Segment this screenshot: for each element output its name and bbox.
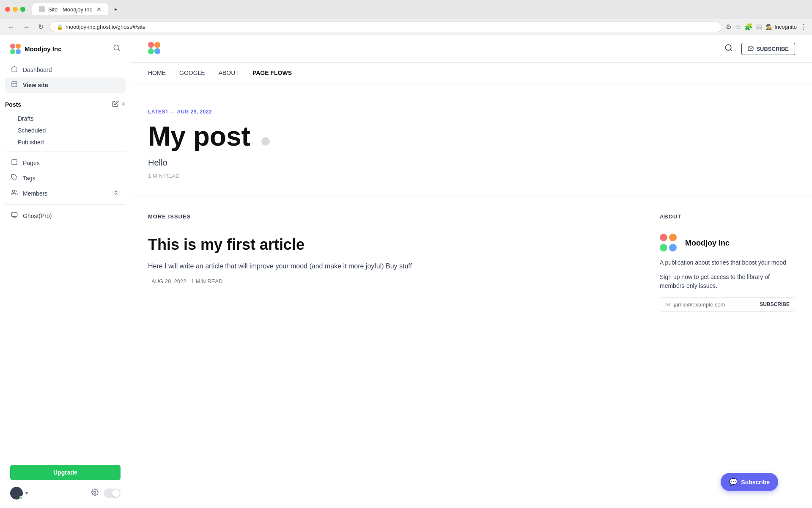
site-nav-about[interactable]: ABOUT — [219, 69, 239, 76]
main-content: SUBSCRIBE HOME GOOGLE ABOUT PAGE FLOWS L… — [131, 35, 812, 508]
close-tab-button[interactable]: ✕ — [96, 6, 102, 13]
extensions-puzzle-icon[interactable]: 🧩 — [744, 23, 753, 31]
sidebar-item-drafts[interactable]: Drafts — [0, 113, 131, 124]
article-title[interactable]: This is my first article — [148, 235, 634, 254]
theme-toggle[interactable] — [104, 489, 121, 498]
sidebar-upgrade: Upgrade — [0, 465, 131, 480]
maximize-dot[interactable] — [20, 7, 25, 12]
svg-line-12 — [730, 49, 732, 51]
browser-traffic-lights — [5, 7, 25, 12]
hero-meta: LATEST — AUG 29, 2022 — [148, 109, 795, 115]
sidebar-item-pages[interactable]: Pages — [5, 155, 126, 171]
sidebar-item-published[interactable]: Published — [0, 136, 131, 148]
incognito-button[interactable]: 🕵 Incognito — [766, 24, 797, 30]
tab-favicon — [39, 6, 45, 12]
browser-actions: ⚙ ☆ 🧩 ▤ 🕵 Incognito ⋮ — [726, 23, 807, 31]
article-excerpt: Here I will write an article that will i… — [148, 261, 634, 272]
site-logo-dot-orange — [154, 42, 160, 48]
sidebar-item-tags[interactable]: Tags — [5, 171, 126, 186]
more-issues-section: MORE ISSUES This is my first article Her… — [131, 196, 812, 329]
email-input[interactable] — [674, 301, 756, 308]
sidebar-item-scheduled[interactable]: Scheduled — [0, 124, 131, 136]
refresh-button[interactable]: ↻ — [36, 22, 46, 32]
svg-rect-2 — [12, 82, 17, 87]
tags-icon — [10, 174, 19, 182]
members-badge: 2 — [112, 190, 121, 197]
extensions-icon[interactable]: ⚙ — [726, 23, 732, 31]
sidebar-item-ghost-pro[interactable]: Ghost(Pro) — [5, 208, 126, 224]
about-sidebar: ABOUT Moodjoy Inc A publication about st… — [660, 213, 795, 312]
sidebar-footer: ▾ — [0, 480, 131, 500]
forward-button[interactable]: → — [20, 22, 32, 32]
svg-point-0 — [114, 45, 119, 50]
new-tab-icon: + — [114, 6, 118, 13]
sidebar-item-dashboard[interactable]: Dashboard — [5, 62, 126, 77]
sidebar-header: Moodjoy Inc — [0, 44, 131, 62]
article-meta: AUG 29, 2022 1 MIN READ — [148, 278, 634, 284]
new-tab-button[interactable]: + — [110, 4, 122, 15]
site-subscribe-label: SUBSCRIBE — [756, 46, 789, 52]
back-button[interactable]: ← — [5, 22, 17, 32]
article-excerpt-text: Here I will write an article that will i… — [148, 262, 412, 270]
hero-title: My post — [148, 121, 795, 151]
drafts-label: Drafts — [18, 115, 33, 122]
close-dot[interactable] — [5, 7, 10, 12]
sidebar-item-view-site[interactable]: View site — [5, 77, 126, 93]
email-subscribe-button[interactable]: SUBSCRIBE — [760, 301, 790, 307]
svg-point-10 — [94, 491, 96, 494]
sidebar-divider — [5, 152, 126, 152]
app-layout: Moodjoy Inc Dashboard View site — [0, 35, 812, 508]
ghost-pro-icon — [10, 212, 19, 220]
about-brand-name: Moodjoy Inc — [685, 239, 730, 248]
user-avatar[interactable]: ▾ — [10, 487, 28, 500]
sidebar-bottom-nav: Pages Tags Members 2 — [0, 155, 131, 201]
sidebar: Moodjoy Inc Dashboard View site — [0, 35, 131, 508]
email-icon: ✉ — [665, 301, 670, 308]
more-issues-label: MORE ISSUES — [148, 213, 634, 225]
sidebar-browser-icon[interactable]: ▤ — [756, 23, 763, 31]
logo-dot-green — [10, 49, 15, 54]
pages-label: Pages — [23, 160, 40, 166]
posts-header: Posts + — [0, 96, 131, 113]
about-description: A publication about stories that boost y… — [660, 259, 795, 266]
article-date: AUG 29, 2022 — [151, 278, 186, 284]
more-issues-main: MORE ISSUES This is my first article Her… — [148, 213, 634, 312]
site-header-right: SUBSCRIBE — [724, 43, 795, 55]
svg-rect-7 — [11, 213, 17, 216]
browser-tabs: Site - Moodjoy Inc ✕ + — [32, 3, 122, 15]
site-nav-home[interactable]: HOME — [148, 69, 166, 76]
browser-chrome: Site - Moodjoy Inc ✕ + ← → ↻ 🔒 moodjoy-i… — [0, 0, 812, 35]
svg-point-6 — [12, 190, 14, 192]
ghost-pro-label: Ghost(Pro) — [23, 213, 52, 219]
logo-dot-blue — [16, 49, 21, 54]
upgrade-button[interactable]: Upgrade — [10, 465, 121, 480]
hero-read-time: 1 MIN READ — [148, 173, 795, 179]
site-subscribe-button[interactable]: SUBSCRIBE — [741, 43, 795, 55]
subscribe-float-button[interactable]: 💬 Subscribe — [721, 473, 778, 491]
bookmark-icon[interactable]: ☆ — [735, 23, 741, 31]
sidebar-brand: Moodjoy Inc — [10, 44, 62, 54]
logo-dot-orange — [16, 44, 21, 49]
subscribe-float-icon: 💬 — [729, 478, 738, 486]
online-dot — [19, 496, 23, 500]
add-post-button[interactable]: + — [121, 99, 126, 109]
site-search-icon[interactable] — [724, 44, 733, 54]
toggle-thumb — [112, 489, 120, 497]
minimize-dot[interactable] — [13, 7, 18, 12]
site-nav-page-flows[interactable]: PAGE FLOWS — [252, 69, 292, 76]
search-button[interactable] — [113, 44, 121, 54]
cursor-indicator — [261, 137, 270, 146]
view-site-label: View site — [23, 82, 48, 88]
sidebar-item-members[interactable]: Members 2 — [5, 186, 126, 201]
active-tab[interactable]: Site - Moodjoy Inc ✕ — [32, 3, 108, 15]
address-bar[interactable]: 🔒 moodjoy-inc.ghost.io/ghost/#/site — [49, 22, 722, 32]
about-logo-dot-orange — [669, 234, 677, 241]
about-logo-dot-red — [660, 234, 667, 241]
more-options-icon[interactable]: ⋮ — [800, 23, 807, 31]
settings-button[interactable] — [91, 489, 99, 498]
site-nav-google[interactable]: GOOGLE — [179, 69, 205, 76]
footer-actions — [91, 489, 121, 498]
svg-point-11 — [726, 44, 731, 50]
brand-name: Moodjoy Inc — [25, 45, 62, 52]
members-label: Members — [23, 190, 47, 197]
